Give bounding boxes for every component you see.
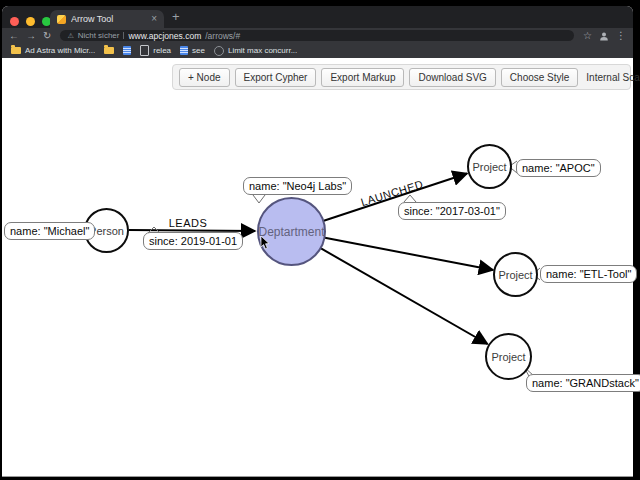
mouse-cursor [260, 236, 270, 254]
node-project-apoc[interactable]: Project [467, 144, 512, 189]
property-callout-apoc[interactable]: name: "APOC" [516, 159, 601, 177]
property-callout-launched[interactable]: since: "2017-03-01" [398, 202, 506, 220]
node-label: Project [491, 351, 525, 363]
property-callout-leads[interactable]: since: 2019-01-01 [143, 232, 243, 250]
relationship-label-leads[interactable]: LEADS [160, 217, 216, 229]
screen: Arrow Tool × + ← → ↻ ⚠ Nicht sicher www.… [0, 0, 640, 480]
property-callout-department[interactable]: name: "Neo4j Labs" [243, 177, 352, 195]
graph-canvas[interactable]: Person Deptartment Project Project Proje… [0, 0, 640, 480]
property-callout-person[interactable]: name: "Michael" [4, 222, 95, 240]
node-department[interactable]: Deptartment [257, 197, 326, 266]
property-callout-grandstack[interactable]: name: "GRANDstack" [526, 374, 640, 392]
property-callout-etl[interactable]: name: "ETL-Tool" [540, 265, 637, 283]
node-project-etl[interactable]: Project [493, 252, 538, 297]
node-label: Project [498, 269, 532, 281]
node-project-grandstack[interactable]: Project [485, 333, 532, 380]
node-label: Project [472, 161, 506, 173]
